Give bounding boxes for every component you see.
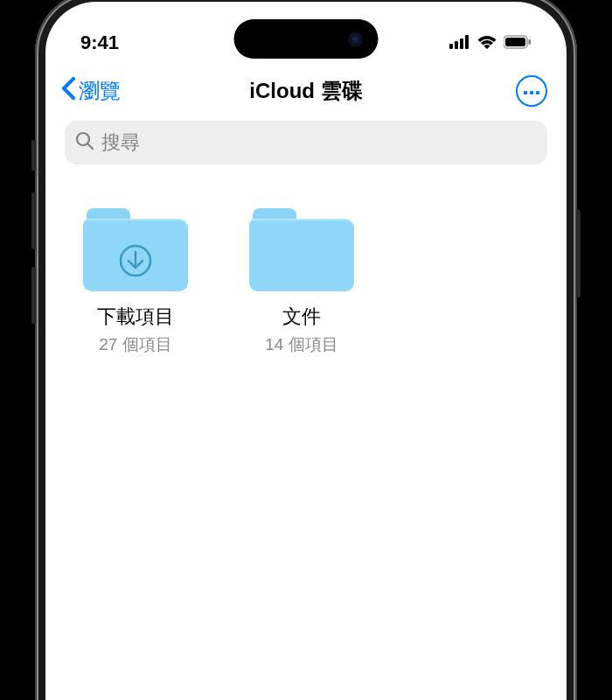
dynamic-island	[234, 19, 379, 59]
search-bar[interactable]	[65, 121, 547, 164]
svg-point-9	[536, 91, 540, 95]
svg-rect-3	[465, 35, 469, 49]
svg-point-7	[524, 91, 528, 95]
folder-documents[interactable]: 文件 14 個項目	[236, 208, 367, 356]
device-frame: 9:41 瀏覽 iCloud 雲碟	[35, 0, 577, 700]
status-time: 9:41	[80, 32, 119, 54]
navigation-bar: 瀏覽 iCloud 雲碟	[45, 63, 567, 116]
svg-rect-1	[455, 41, 458, 49]
folder-grid: 下載項目 27 個項目 文件 14 個項目	[45, 164, 567, 400]
svg-point-8	[530, 91, 534, 95]
svg-rect-0	[449, 44, 453, 49]
svg-rect-5	[505, 38, 525, 46]
folder-name: 文件	[282, 304, 321, 330]
wifi-icon	[477, 32, 497, 54]
power-button	[576, 210, 581, 298]
back-label: 瀏覽	[79, 77, 121, 105]
page-title: iCloud 雲碟	[249, 77, 362, 105]
folder-downloads[interactable]: 下載項目 27 個項目	[70, 208, 201, 356]
screen: 9:41 瀏覽 iCloud 雲碟	[45, 2, 567, 700]
download-badge-icon	[118, 243, 153, 278]
search-icon	[75, 131, 94, 154]
more-button[interactable]	[516, 75, 547, 107]
volume-up	[31, 192, 36, 249]
search-input[interactable]	[101, 131, 537, 154]
battery-icon	[504, 32, 532, 54]
folder-count: 14 個項目	[265, 333, 337, 356]
folder-name: 下載項目	[97, 304, 174, 330]
chevron-left-icon	[61, 77, 75, 105]
cellular-icon	[449, 32, 470, 54]
svg-rect-2	[460, 38, 463, 49]
svg-rect-6	[529, 39, 532, 45]
mute-switch	[31, 140, 36, 171]
svg-line-11	[88, 144, 94, 150]
ellipsis-icon	[523, 83, 540, 99]
volume-down	[31, 267, 36, 324]
folder-icon	[249, 208, 354, 291]
back-button[interactable]: 瀏覽	[61, 77, 121, 105]
folder-icon	[83, 208, 188, 291]
folder-count: 27 個項目	[99, 333, 171, 356]
front-camera	[349, 32, 363, 46]
